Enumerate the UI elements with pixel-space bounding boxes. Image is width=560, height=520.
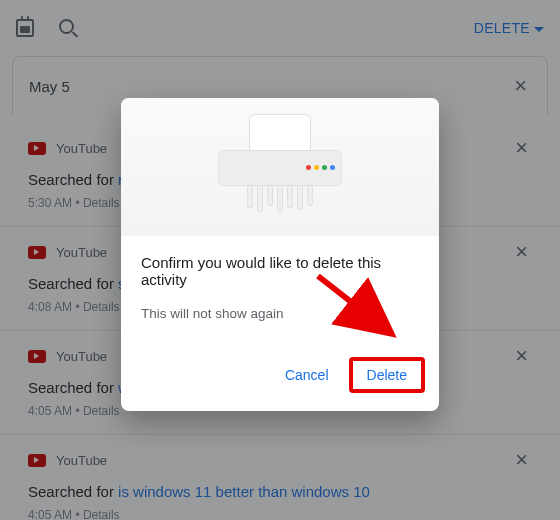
modal-overlay[interactable]: Confirm you would like to delete this ac…: [0, 0, 560, 520]
dialog-hero: [121, 98, 439, 236]
cancel-button[interactable]: Cancel: [273, 359, 341, 391]
delete-button[interactable]: Delete: [349, 357, 425, 393]
dialog-title: Confirm you would like to delete this ac…: [141, 254, 419, 288]
dialog-subtitle: This will not show again: [141, 306, 419, 321]
shredder-icon: [210, 122, 350, 212]
confirm-delete-dialog: Confirm you would like to delete this ac…: [121, 98, 439, 411]
